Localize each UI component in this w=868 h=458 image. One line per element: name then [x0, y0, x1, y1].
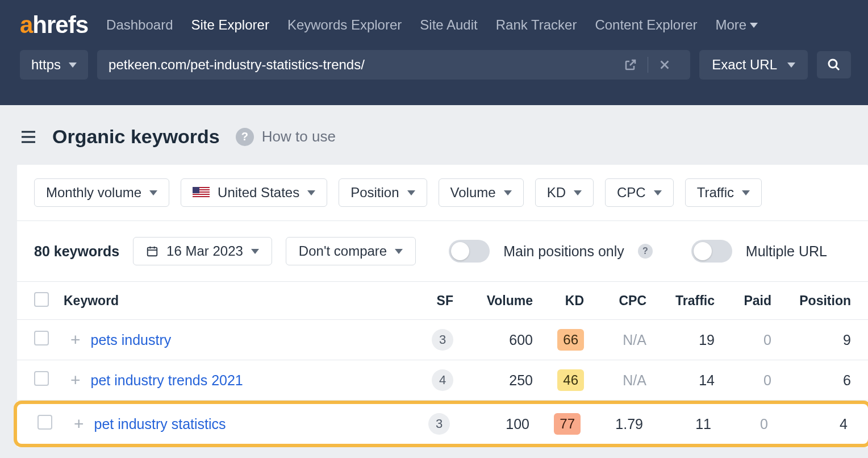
filter-cpc[interactable]: CPC — [605, 178, 674, 207]
caret-down-icon — [504, 190, 512, 195]
date-label: 16 Mar 2023 — [166, 243, 243, 259]
keyword-link[interactable]: pet industry trends 2021 — [91, 372, 243, 389]
svg-rect-1 — [148, 248, 157, 256]
table-header: Keyword SF Volume KD CPC Traffic Paid Po… — [17, 282, 868, 320]
url-text: petkeen.com/pet-industry-statistics-tren… — [108, 57, 616, 73]
col-traffic[interactable]: Traffic — [646, 293, 715, 309]
kd-badge: 77 — [554, 413, 581, 435]
logo-rest: hrefs — [32, 11, 88, 38]
row-checkbox[interactable] — [34, 331, 49, 345]
filter-monthly-volume[interactable]: Monthly volume — [34, 178, 169, 207]
help-icon: ? — [236, 128, 254, 146]
help-icon[interactable]: ? — [638, 244, 653, 259]
expand-icon[interactable]: + — [74, 414, 84, 434]
controls-row: 80 keywords 16 Mar 2023 Don't compare Ma… — [17, 221, 868, 282]
search-button[interactable] — [817, 51, 851, 78]
cell-position: 9 — [771, 332, 851, 348]
filter-label: KD — [547, 185, 566, 201]
caret-down-icon — [742, 190, 750, 195]
filter-label: Volume — [450, 185, 496, 201]
col-kd[interactable]: KD — [533, 293, 584, 309]
scope-select[interactable]: Exact URL — [699, 50, 808, 80]
col-cpc[interactable]: CPC — [584, 293, 646, 309]
search-row: https petkeen.com/pet-industry-statistic… — [0, 44, 868, 91]
protocol-select[interactable]: https — [20, 50, 88, 80]
caret-down-icon — [407, 190, 415, 195]
main-positions-toggle[interactable] — [449, 240, 490, 263]
table-row: +pet industry statistics3100771.791104 — [14, 401, 868, 447]
row-checkbox[interactable] — [37, 415, 52, 430]
page-title: Organic keywords — [52, 126, 220, 148]
compare-select[interactable]: Don't compare — [286, 237, 416, 265]
hamburger-icon[interactable] — [20, 130, 36, 144]
expand-icon[interactable]: + — [70, 370, 81, 390]
divider — [648, 57, 648, 73]
caret-down-icon — [69, 63, 77, 68]
col-position[interactable]: Position — [771, 293, 851, 309]
open-external-icon[interactable] — [616, 58, 645, 72]
protocol-label: https — [31, 57, 61, 73]
table-body: +pets industry360066N/A1909+pet industry… — [17, 320, 868, 447]
keyword-link[interactable]: pets industry — [91, 332, 172, 348]
col-volume[interactable]: Volume — [453, 293, 533, 309]
cell-paid: 0 — [715, 332, 771, 348]
cell-position: 4 — [768, 416, 848, 432]
caret-down-icon — [395, 249, 403, 254]
caret-down-icon — [750, 23, 758, 28]
scope-label: Exact URL — [712, 57, 777, 73]
cell-cpc: 1.79 — [581, 416, 643, 432]
cell-volume: 600 — [453, 332, 533, 348]
caret-down-icon — [787, 63, 795, 68]
keyword-link[interactable]: pet industry statistics — [94, 416, 226, 432]
filter-country[interactable]: United States — [181, 178, 327, 207]
svg-point-0 — [829, 60, 837, 68]
kd-badge: 46 — [557, 369, 584, 391]
sf-badge: 4 — [432, 369, 453, 391]
how-to-use-label: How to use — [262, 128, 336, 145]
nav-content-explorer[interactable]: Content Explorer — [595, 17, 697, 33]
filter-traffic[interactable]: Traffic — [685, 178, 762, 207]
close-icon[interactable] — [650, 59, 679, 71]
nav-site-explorer[interactable]: Site Explorer — [191, 17, 269, 33]
expand-icon[interactable]: + — [70, 330, 81, 349]
cell-paid: 0 — [715, 372, 771, 389]
nav-keywords-explorer[interactable]: Keywords Explorer — [287, 17, 402, 33]
nav-site-audit[interactable]: Site Audit — [420, 17, 477, 33]
filters-row: Monthly volume United States Position Vo… — [17, 165, 868, 221]
col-paid[interactable]: Paid — [715, 293, 771, 309]
cell-traffic: 19 — [646, 332, 715, 348]
caret-down-icon — [251, 249, 259, 254]
logo[interactable]: ahrefs — [20, 11, 88, 39]
nav-row: ahrefs Dashboard Site Explorer Keywords … — [0, 0, 868, 44]
col-sf[interactable]: SF — [402, 293, 453, 309]
table-row: +pet industry trends 2021425046N/A1406 — [17, 360, 868, 401]
select-all-checkbox[interactable] — [34, 292, 49, 307]
caret-down-icon — [574, 190, 582, 195]
caret-down-icon — [307, 190, 315, 195]
nav-more-label: More — [716, 17, 747, 33]
filter-label: Monthly volume — [46, 185, 141, 201]
sf-badge: 3 — [428, 413, 450, 435]
nav-rank-tracker[interactable]: Rank Tracker — [496, 17, 577, 33]
date-picker[interactable]: 16 Mar 2023 — [133, 237, 272, 265]
logo-a: a — [20, 11, 32, 38]
nav-dashboard[interactable]: Dashboard — [106, 17, 173, 33]
nav-more[interactable]: More — [716, 17, 758, 33]
cell-traffic: 11 — [643, 416, 711, 432]
col-keyword[interactable]: Keyword — [60, 293, 402, 309]
sf-badge: 3 — [432, 329, 453, 351]
kd-badge: 66 — [557, 329, 584, 351]
how-to-use-button[interactable]: ? How to use — [236, 128, 336, 146]
multiple-url-toggle[interactable] — [691, 240, 732, 263]
main-positions-label: Main positions only — [503, 243, 624, 260]
cell-position: 6 — [771, 372, 851, 389]
filter-volume[interactable]: Volume — [439, 178, 524, 207]
filter-position[interactable]: Position — [339, 178, 427, 207]
url-input-box[interactable]: petkeen.com/pet-industry-statistics-tren… — [97, 50, 690, 80]
filter-kd[interactable]: KD — [535, 178, 594, 207]
filter-label: Traffic — [697, 185, 734, 201]
filter-label: United States — [218, 185, 299, 201]
caret-down-icon — [149, 190, 157, 195]
row-checkbox[interactable] — [34, 371, 49, 386]
top-bar: ahrefs Dashboard Site Explorer Keywords … — [0, 0, 868, 105]
